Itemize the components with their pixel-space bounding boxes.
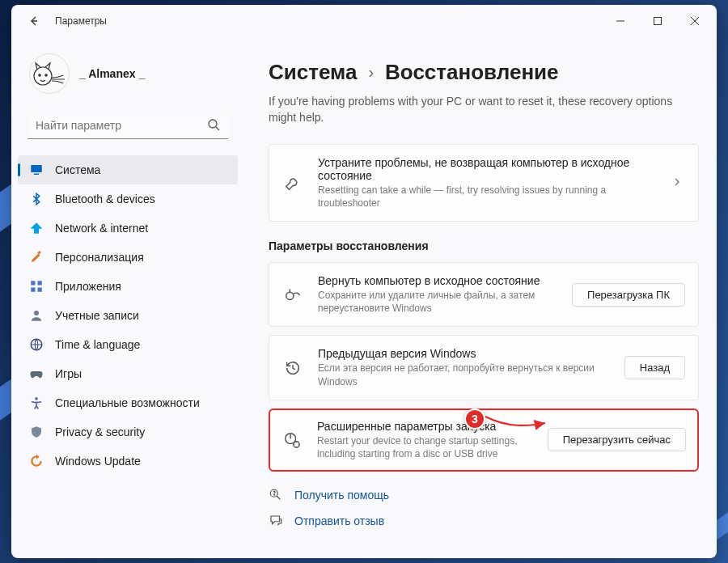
- page-subtitle: If you're having problems with your PC o…: [269, 93, 689, 126]
- history-icon: [282, 358, 303, 379]
- shield-icon: [29, 425, 44, 439]
- minimize-button[interactable]: [602, 8, 639, 34]
- svg-point-3: [45, 74, 47, 76]
- sidebar-item-label: Учетные записи: [55, 309, 226, 322]
- sidebar-item-user[interactable]: Учетные записи: [18, 301, 238, 330]
- apps-icon: [29, 279, 44, 294]
- troubleshoot-title: Устраните проблемы, не возвращая компьют…: [318, 156, 654, 182]
- breadcrumb: Система › Восстановление: [269, 60, 699, 85]
- sidebar-item-label: Персонализация: [55, 251, 226, 264]
- search-input[interactable]: [28, 112, 228, 139]
- svg-rect-9: [38, 281, 42, 285]
- access-icon: [29, 396, 44, 410]
- arrow-left-icon: [28, 15, 40, 28]
- svg-rect-8: [31, 281, 35, 285]
- window-title: Параметры: [55, 15, 107, 27]
- advanced-startup-card: Расширенные параметры запуска Restart yo…: [269, 408, 699, 472]
- feedback-link[interactable]: Отправить отзыв: [294, 514, 384, 527]
- troubleshoot-card[interactable]: Устраните проблемы, не возвращая компьют…: [269, 144, 699, 222]
- brush-icon: [29, 250, 44, 265]
- sidebar-item-wifi[interactable]: Network & internet: [18, 214, 238, 243]
- avatar: [29, 53, 70, 94]
- troubleshoot-desc: Resetting can take a while — first, try …: [318, 184, 654, 210]
- sidebar: _ Almanex _ СистемаBluetooth & devicesNe…: [11, 37, 246, 558]
- svg-point-12: [34, 311, 39, 315]
- sidebar-item-system[interactable]: Система: [18, 155, 238, 184]
- go-back-button[interactable]: Назад: [624, 356, 685, 379]
- wrench-icon: [282, 172, 303, 193]
- settings-window: Параметры: [11, 5, 717, 558]
- sidebar-item-label: Приложения: [55, 280, 226, 293]
- globe-icon: [29, 337, 44, 352]
- feedback-link-row[interactable]: Отправить отзыв: [269, 514, 699, 528]
- svg-point-2: [39, 74, 40, 76]
- maximize-button[interactable]: [639, 8, 676, 34]
- sidebar-item-label: Специальные возможности: [55, 396, 226, 409]
- sidebar-item-shield[interactable]: Privacy & security: [18, 417, 238, 447]
- svg-point-14: [35, 397, 38, 400]
- svg-rect-5: [31, 165, 42, 172]
- sidebar-item-label: Bluetooth & devices: [55, 193, 226, 205]
- breadcrumb-current: Восстановление: [385, 60, 558, 85]
- reset-pc-card: Вернуть компьютер в исходное состояние С…: [269, 262, 699, 327]
- feedback-icon: [269, 514, 283, 528]
- profile-name: _ Almanex _: [79, 67, 145, 80]
- breadcrumb-root[interactable]: Система: [269, 60, 357, 85]
- titlebar: Параметры: [11, 5, 717, 37]
- system-icon: [29, 163, 44, 177]
- sidebar-item-bluetooth[interactable]: Bluetooth & devices: [18, 184, 238, 214]
- svg-rect-6: [34, 174, 39, 176]
- svg-rect-0: [654, 18, 662, 25]
- svg-point-4: [209, 120, 217, 128]
- power-gear-icon: [281, 430, 303, 451]
- sidebar-item-game[interactable]: Игры: [18, 359, 238, 388]
- goback-title: Предыдущая версия Windows: [318, 347, 610, 360]
- reset-pc-button[interactable]: Перезагрузка ПК: [572, 283, 685, 307]
- update-icon: [29, 454, 44, 468]
- sidebar-item-update[interactable]: Windows Update: [18, 447, 238, 476]
- reset-icon: [282, 284, 303, 305]
- search-icon: [207, 118, 220, 133]
- sidebar-item-apps[interactable]: Приложения: [18, 272, 238, 301]
- svg-point-19: [274, 494, 275, 495]
- go-back-card: Предыдущая версия Windows Если эта верси…: [269, 335, 699, 400]
- goback-desc: Если эта версия не работает, попробуйте …: [318, 362, 610, 387]
- restart-now-button[interactable]: Перезагрузить сейчас: [548, 428, 686, 451]
- sidebar-item-label: Network & internet: [55, 222, 226, 235]
- svg-rect-10: [31, 288, 35, 292]
- sidebar-item-label: Windows Update: [55, 455, 226, 468]
- wifi-icon: [29, 221, 44, 235]
- main-content: Система › Восстановление If you're havin…: [246, 37, 717, 558]
- user-icon: [29, 308, 44, 323]
- advanced-desc: Restart your device to change startup se…: [317, 434, 533, 460]
- sidebar-item-label: Система: [55, 163, 226, 176]
- sidebar-item-label: Privacy & security: [55, 425, 226, 438]
- svg-point-1: [34, 67, 52, 85]
- recovery-section-title: Параметры восстановления: [269, 239, 699, 252]
- help-link[interactable]: Получить помощь: [294, 489, 389, 502]
- game-icon: [29, 366, 44, 381]
- svg-point-15: [286, 292, 294, 299]
- help-icon: [269, 488, 283, 502]
- profile[interactable]: _ Almanex _: [18, 45, 238, 107]
- reset-title: Вернуть компьютер в исходное состояние: [318, 274, 557, 287]
- back-button[interactable]: [23, 10, 45, 32]
- help-link-row[interactable]: Получить помощь: [269, 488, 699, 502]
- svg-rect-7: [37, 251, 41, 255]
- sidebar-item-access[interactable]: Специальные возможности: [18, 388, 238, 417]
- sidebar-item-label: Time & language: [55, 338, 226, 351]
- chevron-right-icon: ›: [368, 63, 374, 82]
- sidebar-item-globe[interactable]: Time & language: [18, 330, 238, 359]
- advanced-title: Расширенные параметры запуска: [317, 420, 533, 433]
- reset-desc: Сохраните или удалите личные файлы, а за…: [318, 289, 557, 315]
- sidebar-item-label: Игры: [55, 367, 226, 380]
- bluetooth-icon: [29, 192, 44, 206]
- svg-rect-11: [38, 288, 42, 292]
- chevron-right-icon: [669, 176, 685, 189]
- close-button[interactable]: [676, 8, 713, 34]
- svg-point-17: [294, 442, 299, 447]
- sidebar-item-brush[interactable]: Персонализация: [18, 243, 238, 272]
